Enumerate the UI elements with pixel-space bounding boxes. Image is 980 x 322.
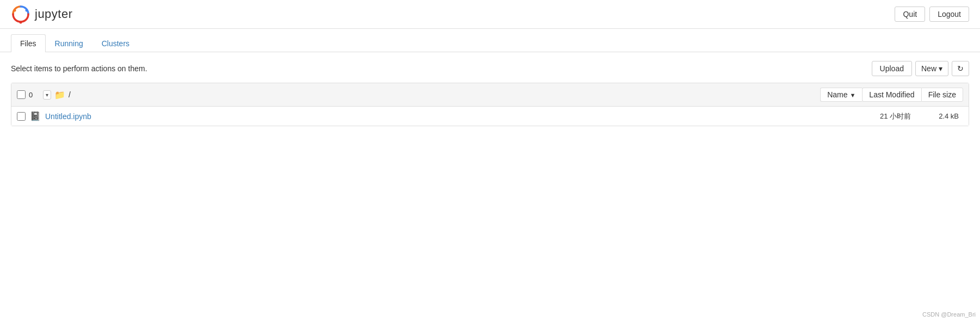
tab-running[interactable]: Running [46,34,92,52]
tab-clusters[interactable]: Clusters [92,34,139,52]
svg-point-2 [20,21,22,24]
refresh-icon: ↻ [957,64,964,73]
item-count: 0 [29,91,40,99]
select-all-checkbox[interactable] [17,90,26,99]
folder-icon: 📁 [54,90,65,100]
table-row: 📓 Untitled.ipynb 21 小时前 2.4 kB [11,107,969,126]
new-button-label: New [921,64,936,73]
action-bar: Select items to perform actions on them.… [11,61,969,76]
new-button[interactable]: New ▾ [915,61,948,76]
file-table: 0 ▾ 📁 / Name ▼ Last Modified File size [11,83,969,126]
tab-bar: Files Running Clusters [0,34,980,52]
logo: jupyter [11,4,73,24]
file-modified: 21 小时前 [833,112,920,121]
jupyter-logo-icon [11,4,30,24]
help-text: Select items to perform actions on them. [11,64,147,73]
file-row-right: 21 小时前 2.4 kB [833,112,963,121]
tab-files[interactable]: Files [11,34,46,52]
top-actions: Quit Logout [895,7,969,22]
name-sort-icon: ▼ [849,92,855,98]
name-column-header[interactable]: Name ▼ [820,88,862,102]
header-right: Name ▼ Last Modified File size [820,88,963,102]
breadcrumb-path: / [69,90,71,99]
upload-button[interactable]: Upload [872,61,912,76]
quit-button[interactable]: Quit [895,7,925,22]
svg-point-1 [26,9,28,12]
logo-text: jupyter [35,7,73,21]
toolbar-right: Upload New ▾ ↻ [872,61,969,76]
file-row-left: 📓 Untitled.ipynb [17,111,833,121]
notebook-icon: 📓 [30,111,41,121]
file-name-link[interactable]: Untitled.ipynb [45,112,91,121]
header-left: 0 ▾ 📁 / [17,90,820,100]
modified-column-header[interactable]: Last Modified [862,88,921,102]
top-bar: jupyter Quit Logout [0,0,980,29]
file-size: 2.4 kB [920,112,963,120]
table-header: 0 ▾ 📁 / Name ▼ Last Modified File size [11,83,969,107]
count-dropdown-button[interactable]: ▾ [43,90,51,100]
refresh-button[interactable]: ↻ [952,61,969,76]
svg-point-0 [14,9,16,12]
filesize-column-header[interactable]: File size [921,88,963,102]
new-dropdown-arrow-icon: ▾ [939,64,942,73]
logout-button[interactable]: Logout [929,7,969,22]
file-checkbox[interactable] [17,112,26,121]
content-area: Select items to perform actions on them.… [0,52,980,135]
